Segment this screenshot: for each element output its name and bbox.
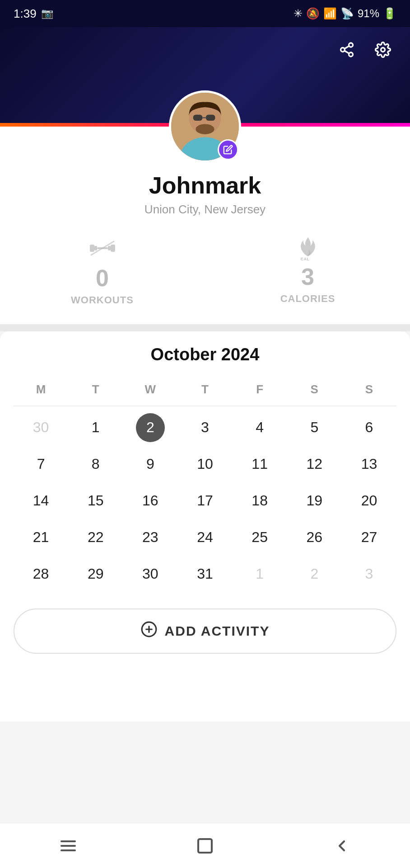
cal-day-10[interactable]: 10: [177, 448, 232, 481]
day-header-sat: S: [287, 378, 342, 401]
svg-rect-9: [193, 115, 203, 121]
cal-day-29[interactable]: 29: [68, 557, 123, 590]
cal-day-6[interactable]: 6: [342, 411, 396, 444]
calendar-week-2: 7 8 9 10 11 12 13: [14, 448, 396, 481]
calendar-section: October 2024 M T W T F S S 30 1 2 3 4 5 …: [0, 331, 410, 722]
svg-rect-10: [206, 115, 215, 121]
cal-day-5[interactable]: 5: [287, 411, 342, 444]
svg-rect-16: [108, 246, 111, 250]
cal-day-31[interactable]: 31: [177, 557, 232, 590]
svg-point-12: [196, 124, 214, 134]
back-button[interactable]: [324, 828, 360, 864]
profile-section: Johnmark Union City, New Jersey 0 WORKOU…: [0, 127, 410, 324]
calendar-week-1: 30 1 2 3 4 5 6: [14, 411, 396, 444]
calories-stat: CAL 3 CALORIES: [205, 236, 410, 305]
battery-icon: 🔋: [383, 7, 396, 20]
share-button[interactable]: [333, 36, 360, 63]
cal-day-1[interactable]: 1: [68, 411, 123, 444]
day-header-fri: F: [233, 378, 287, 401]
cal-day-19[interactable]: 19: [287, 484, 342, 517]
profile-location: Union City, New Jersey: [144, 203, 266, 217]
calendar-week-3: 14 15 16 17 18 19 20: [14, 484, 396, 517]
svg-text:CAL: CAL: [300, 257, 309, 260]
calendar-header-row: M T W T F S S: [14, 378, 396, 401]
section-divider: [0, 324, 410, 331]
workouts-stat: 0 WORKOUTS: [0, 235, 205, 306]
cal-day-13[interactable]: 13: [342, 448, 396, 481]
cal-day-16[interactable]: 16: [123, 484, 177, 517]
cal-day-25[interactable]: 25: [233, 521, 287, 554]
edit-profile-button[interactable]: [218, 139, 238, 160]
day-header-sun: S: [342, 378, 396, 401]
cal-day-27[interactable]: 27: [342, 521, 396, 554]
cal-day-11[interactable]: 11: [233, 448, 287, 481]
avatar-wrapper: [169, 90, 241, 163]
cal-day-8[interactable]: 8: [68, 448, 123, 481]
signal-icon: 📡: [340, 7, 354, 20]
cal-day-7[interactable]: 7: [14, 448, 68, 481]
cal-day-2-next[interactable]: 2: [287, 557, 342, 590]
cal-day-28[interactable]: 28: [14, 557, 68, 590]
flame-icon: CAL: [296, 236, 320, 260]
bottom-navigation: [0, 823, 410, 868]
cal-day-3-next[interactable]: 3: [342, 557, 396, 590]
settings-button[interactable]: [369, 36, 396, 63]
cal-day-14[interactable]: 14: [14, 484, 68, 517]
cal-day-3[interactable]: 3: [177, 411, 232, 444]
day-header-thu: T: [177, 378, 232, 401]
cal-day-22[interactable]: 22: [68, 521, 123, 554]
status-bar: 1:39 📷 ✳ 🔕 📶 📡 91% 🔋: [0, 0, 410, 27]
cal-day-30[interactable]: 30: [123, 557, 177, 590]
svg-rect-14: [94, 246, 97, 250]
calendar-week-5: 28 29 30 31 1 2 3: [14, 557, 396, 590]
battery-display: 91%: [358, 7, 379, 20]
cal-day-30-prev[interactable]: 30: [14, 411, 68, 444]
workouts-label: WORKOUTS: [71, 294, 134, 306]
cal-day-24[interactable]: 24: [177, 521, 232, 554]
menu-button[interactable]: [50, 828, 86, 864]
day-header-wed: W: [123, 378, 177, 401]
svg-rect-17: [111, 245, 115, 252]
dumbbell-icon: [89, 235, 116, 262]
calendar-grid: M T W T F S S 30 1 2 3 4 5 6 7 8 9 10 11…: [14, 378, 396, 590]
time-display: 1:39: [14, 7, 37, 21]
svg-line-4: [345, 46, 349, 49]
bluetooth-icon: ✳: [294, 7, 303, 20]
cal-day-2-today[interactable]: 2: [123, 411, 177, 444]
sound-icon: 🔕: [306, 7, 320, 20]
svg-rect-13: [90, 245, 94, 252]
add-activity-label: ADD ACTIVITY: [165, 623, 270, 639]
cal-day-4[interactable]: 4: [233, 411, 287, 444]
profile-name: Johnmark: [149, 172, 261, 199]
cal-day-20[interactable]: 20: [342, 484, 396, 517]
cal-day-21[interactable]: 21: [14, 521, 68, 554]
calendar-week-4: 21 22 23 24 25 26 27: [14, 521, 396, 554]
add-circle-icon: [140, 621, 158, 642]
workouts-value: 0: [96, 264, 109, 292]
cal-day-1-next[interactable]: 1: [233, 557, 287, 590]
calories-label: CALORIES: [280, 293, 335, 305]
wifi-icon: 📶: [323, 7, 337, 20]
cal-day-12[interactable]: 12: [287, 448, 342, 481]
calendar-separator: [14, 406, 396, 406]
calendar-title: October 2024: [14, 345, 396, 364]
camera-icon: 📷: [41, 8, 53, 19]
cal-day-9[interactable]: 9: [123, 448, 177, 481]
svg-line-3: [345, 51, 349, 53]
day-header-mon: M: [14, 378, 68, 401]
day-header-tue: T: [68, 378, 123, 401]
home-button[interactable]: [187, 828, 223, 864]
cal-day-18[interactable]: 18: [233, 484, 287, 517]
svg-rect-26: [198, 839, 212, 853]
calories-value: 3: [301, 263, 314, 290]
svg-point-5: [381, 48, 385, 52]
cal-day-26[interactable]: 26: [287, 521, 342, 554]
cal-day-15[interactable]: 15: [68, 484, 123, 517]
cal-day-17[interactable]: 17: [177, 484, 232, 517]
add-activity-button[interactable]: ADD ACTIVITY: [14, 609, 396, 654]
cal-day-23[interactable]: 23: [123, 521, 177, 554]
stats-row: 0 WORKOUTS CAL 3 CALORIES: [0, 235, 410, 306]
